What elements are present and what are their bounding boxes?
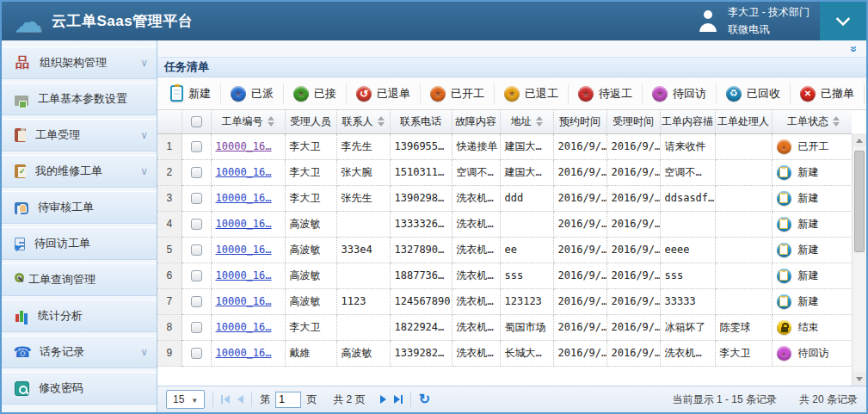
cell-handler (715, 288, 772, 314)
order-link[interactable]: 10000_16… (216, 321, 272, 333)
cell-status: 新建 (772, 185, 852, 211)
toolbar: 新建已派已接已退单已开工已退工待返工待回访已回收已撤单结束待审核 (157, 77, 866, 110)
sort-icon[interactable] (378, 116, 385, 127)
sidebar-item-statistics[interactable]: 统计分析 (2, 300, 157, 332)
column-header-label: 故障内容 (455, 114, 496, 129)
toolbar-button-label: 待回访 (673, 86, 706, 102)
cell-order-id: 10000_16… (211, 340, 285, 366)
first-page-button[interactable] (221, 395, 230, 404)
column-header[interactable]: 地址 (500, 110, 553, 133)
scroll-down-arrow[interactable] (853, 372, 866, 386)
column-header-label: 受理人员 (290, 114, 331, 129)
row-checkbox[interactable] (191, 296, 202, 307)
cell-order-id: 10000_16… (211, 185, 285, 211)
toolbar-button-cancelled[interactable]: 已撤单 (791, 83, 865, 104)
sidebar-item-change-password[interactable]: 修改密码 (2, 372, 157, 405)
prev-page-button[interactable] (237, 395, 243, 404)
sidebar-item-order-acceptance[interactable]: 工单受理 (2, 119, 157, 151)
column-header[interactable]: 工单编号 (211, 110, 285, 133)
row-number: 9 (157, 340, 182, 366)
sidebar-item-order-query[interactable]: 工单查询管理 (2, 263, 157, 296)
table-row[interactable]: 510000_16…高波敏333e41327890…洗衣机…ee2016/9/…… (157, 237, 852, 263)
order-link[interactable]: 10000_16… (216, 269, 272, 281)
cell-contact: 1123 (336, 288, 390, 314)
row-checkbox[interactable] (191, 322, 202, 333)
row-number-header (157, 110, 182, 133)
order-link[interactable]: 10000_16… (216, 244, 272, 256)
last-page-button[interactable] (394, 395, 403, 404)
sidebar-item-basic-params[interactable]: 工单基本参数设置 (2, 83, 157, 115)
sidebar-item-org-structure[interactable]: 组织架构管理 (2, 46, 157, 79)
order-link[interactable]: 10000_16… (216, 140, 272, 152)
vertical-scrollbar[interactable] (852, 133, 866, 386)
page-number-input[interactable] (275, 392, 301, 408)
scrollbar-thumb[interactable] (854, 151, 865, 252)
cell-phone: 1333326… (390, 211, 452, 237)
toolbar-button-finished[interactable]: 结束 (865, 83, 866, 104)
cell-order-id: 10000_16… (211, 133, 285, 159)
toolbar-button-started[interactable]: 已开工 (421, 83, 495, 104)
sidebar-item-my-repair-orders[interactable]: 我的维修工单 (2, 155, 157, 188)
row-checkbox[interactable] (191, 244, 202, 256)
toolbar-button-work-returned[interactable]: 已退工 (495, 83, 569, 104)
sidebar-item-pending-revisit[interactable]: 待回访工单 (2, 227, 157, 260)
user-info[interactable]: 李大卫 - 技术部门 联微电讯 (697, 4, 810, 37)
next-page-button[interactable] (380, 395, 386, 404)
row-checkbox[interactable] (191, 167, 202, 178)
sort-icon[interactable] (833, 116, 840, 127)
order-link[interactable]: 10000_16… (216, 218, 272, 230)
refresh-button[interactable] (419, 392, 430, 406)
toolbar-button-order-returned[interactable]: 已退单 (347, 83, 421, 104)
column-header[interactable]: 联系人 (336, 110, 390, 133)
toolbar-button-revisit-pending[interactable]: 待回访 (643, 83, 717, 104)
table-row[interactable]: 310000_16…李大卫张先生1390298…洗衣机…ddd2016/9/…2… (157, 185, 852, 211)
table-row[interactable]: 910000_16…戴維高波敏1339282…洗衣机…长城大…2016/9/…2… (157, 340, 852, 366)
sidebar-item-call-records[interactable]: 话务记录 (2, 336, 157, 368)
total-pages: 共 2 页 (333, 392, 365, 407)
collapse-toggle-icon[interactable] (848, 46, 860, 53)
user-menu-button[interactable] (820, 2, 866, 40)
row-checkbox[interactable] (191, 219, 202, 230)
cell-acceptor: 高波敏 (285, 237, 336, 263)
order-link[interactable]: 10000_16… (216, 295, 272, 307)
row-checkbox[interactable] (191, 348, 202, 359)
status-label: 新建 (798, 294, 819, 309)
row-checkbox[interactable] (191, 141, 202, 152)
cell-content-desc: ddsasdf… (660, 185, 715, 211)
toolbar-button-recycled[interactable]: 已回收 (717, 83, 791, 104)
cell-accept-time: 2016/9/… (606, 237, 660, 263)
table-row[interactable]: 410000_16…高波敏1333326…洗衣机…2016/9/…2016/9/… (157, 211, 852, 237)
row-checkbox[interactable] (191, 270, 202, 281)
row-number: 2 (157, 159, 182, 185)
table-row[interactable]: 610000_16…高波敏1887736…洗衣机…sss2016/9/…2016… (157, 263, 852, 288)
cell-phone: 1327890… (390, 237, 452, 263)
cell-appoint-time: 2016/9/… (553, 263, 606, 288)
column-header[interactable]: 工单状态 (772, 110, 852, 133)
toolbar-button-accepted[interactable]: 已接 (284, 83, 347, 104)
row-checkbox[interactable] (191, 193, 202, 204)
page-size-select[interactable]: 15 (166, 390, 205, 409)
table-row[interactable]: 810000_16…李大卫1822924…洗衣机…蜀国市场2016/9/…201… (157, 314, 852, 340)
sort-icon[interactable] (536, 116, 543, 127)
sidebar-item-pending-review[interactable]: 待审核工单 (2, 191, 157, 224)
order-link[interactable]: 10000_16… (216, 192, 272, 204)
cell-acceptor: 戴維 (285, 340, 336, 366)
toolbar-button-new[interactable]: 新建 (161, 83, 221, 104)
select-all-checkbox[interactable] (191, 116, 202, 127)
user-avatar-icon (697, 10, 719, 32)
sort-icon[interactable] (268, 116, 274, 127)
toolbar-button-label: 待返工 (599, 86, 632, 102)
table-row[interactable]: 210000_16…李大卫张大腕1510311…空调不…建国大…2016/9/…… (157, 159, 852, 185)
table-row[interactable]: 710000_16…高波敏1123124567890洗衣机…1231232016… (157, 288, 852, 314)
order-link[interactable]: 10000_16… (216, 166, 272, 178)
cell-address: 123123 (500, 288, 553, 314)
toolbar-button-dispatched[interactable]: 已派 (221, 83, 284, 104)
accepted-icon (293, 86, 309, 102)
order-link[interactable]: 10000_16… (216, 347, 272, 359)
toolbar-button-rework-pending[interactable]: 待返工 (569, 83, 643, 104)
scroll-up-arrow[interactable] (853, 133, 866, 147)
sidebar-item-label: 待回访工单 (34, 236, 148, 251)
user-company: 联微电讯 (728, 22, 810, 38)
cell-accept-time: 2016/9/… (606, 263, 660, 288)
table-row[interactable]: 110000_16…李大卫李先生1396955…快递接单建国大…2016/9/…… (157, 133, 852, 159)
